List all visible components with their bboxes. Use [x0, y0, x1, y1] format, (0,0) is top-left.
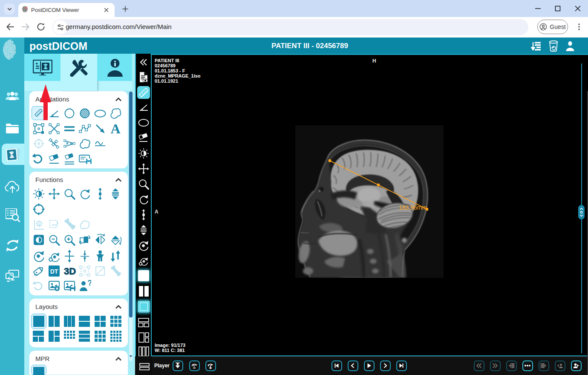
svg-text:H: H — [372, 58, 376, 64]
svg-text:1O101: 1O101 — [5, 58, 11, 60]
svg-text:A: A — [155, 209, 159, 215]
svg-text:A: A — [110, 121, 120, 136]
svg-text:3D: 3D — [64, 266, 76, 277]
svg-text:DT: DT — [50, 268, 58, 275]
svg-text:183.96mm: 183.96mm — [399, 204, 427, 211]
svg-text:?: ? — [87, 280, 91, 287]
